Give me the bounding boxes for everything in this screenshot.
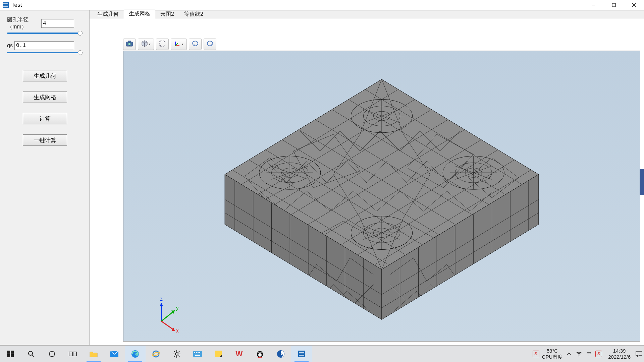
search-icon: [28, 350, 35, 358]
svg-rect-31: [7, 351, 10, 354]
svg-rect-57: [199, 352, 200, 353]
svg-line-50: [178, 356, 179, 357]
maximize-button[interactable]: [604, 0, 624, 10]
svg-point-5: [128, 43, 131, 45]
camera-icon: [126, 41, 133, 48]
axis-z-label: z: [160, 296, 163, 302]
tray-time: 14:39: [608, 348, 631, 354]
ime-zh-icon[interactable]: 中: [585, 350, 593, 358]
wps-icon: W: [236, 350, 243, 358]
param-radius-slider[interactable]: [7, 33, 83, 34]
app-body: 圆孔半径（mm） qs 生成几何 生成网格 计算 一键计算 生成几何 生成网格 …: [0, 10, 644, 345]
svg-rect-32: [11, 351, 14, 354]
one-click-compute-button[interactable]: 一键计算: [23, 134, 67, 146]
param-radius-input[interactable]: [41, 19, 74, 28]
swirl-icon: [276, 350, 285, 358]
taskbar-comsol[interactable]: [291, 346, 312, 362]
axis-triad: z y x: [160, 296, 179, 334]
generate-mesh-button[interactable]: 生成网格: [23, 92, 67, 103]
mail-icon: [110, 351, 119, 357]
compute-button[interactable]: 计算: [23, 113, 67, 124]
tab-row: 生成几何 生成网格 云图2 等值线2: [90, 10, 644, 19]
svg-rect-58: [195, 355, 200, 356]
svg-point-44: [175, 353, 178, 355]
orbit-button[interactable]: [189, 39, 202, 50]
taskbar-settings[interactable]: [166, 346, 187, 362]
tray-clock[interactable]: 14:39 2022/12/6: [608, 348, 631, 360]
svg-line-51: [178, 351, 179, 352]
minimize-button[interactable]: [584, 0, 604, 10]
taskbar-browser2[interactable]: [270, 346, 291, 362]
svg-point-64: [260, 352, 261, 353]
svg-rect-33: [7, 354, 10, 357]
rotate-button[interactable]: [204, 39, 216, 50]
svg-rect-53: [193, 351, 202, 357]
sticky-icon: [214, 350, 222, 358]
generate-geometry-button[interactable]: 生成几何: [23, 70, 67, 81]
svg-rect-4: [128, 41, 131, 42]
edge-icon: [131, 350, 140, 358]
chevron-down-icon: ▾: [149, 43, 151, 46]
fit-view-button[interactable]: [156, 39, 169, 50]
ime-s-icon[interactable]: S: [533, 351, 539, 357]
svg-point-35: [29, 351, 33, 355]
tab-contour2[interactable]: 等值线2: [179, 9, 208, 19]
action-center-icon[interactable]: [635, 350, 643, 358]
systray: S 53°C CPU温度 中 S 14:39 2022/12/6: [533, 348, 644, 360]
ie-icon: [152, 350, 160, 358]
svg-point-37: [49, 351, 55, 357]
tab-generate-geometry[interactable]: 生成几何: [92, 9, 124, 19]
taskbar-qq[interactable]: [250, 346, 270, 362]
taskbar-ie[interactable]: [146, 346, 166, 362]
canvas-wrap: ▾ ▾: [90, 19, 644, 345]
taskbar-cortana[interactable]: [42, 346, 62, 362]
param-radius-row: 圆孔半径（mm）: [7, 16, 83, 31]
orbit-icon: [192, 40, 199, 49]
cpu-temp-label: CPU温度: [542, 354, 563, 360]
viewport-toolbar: ▾ ▾: [123, 39, 216, 50]
taskbar-taskview[interactable]: [62, 346, 83, 362]
panel-collapse-handle[interactable]: [640, 169, 644, 195]
cpu-temp-value: 53°C: [542, 348, 563, 354]
view-cube-button[interactable]: ▾: [138, 39, 154, 50]
svg-point-62: [258, 353, 262, 357]
ime-s2-icon[interactable]: S: [595, 351, 602, 357]
taskbar-wps[interactable]: W: [229, 346, 250, 362]
svg-point-63: [258, 352, 259, 353]
tab-cloud2[interactable]: 云图2: [155, 9, 179, 19]
svg-line-52: [174, 356, 175, 357]
taskbar-screenkeyboard[interactable]: [187, 346, 208, 362]
param-qs-slider[interactable]: [7, 52, 83, 53]
axis-x-label: x: [176, 328, 179, 334]
tray-date: 2022/12/6: [608, 354, 631, 360]
svg-marker-26: [160, 303, 163, 306]
viewport-3d[interactable]: z y x: [123, 51, 640, 342]
tab-generate-mesh[interactable]: 生成网格: [124, 9, 155, 19]
screenshot-button[interactable]: [123, 39, 136, 50]
param-qs-input[interactable]: [14, 41, 74, 50]
titlebar: Test: [0, 0, 644, 10]
wifi-icon[interactable]: [575, 350, 583, 358]
taskbar-explorer[interactable]: [83, 346, 104, 362]
taskbar-mail[interactable]: [104, 346, 125, 362]
taskbar-sticky[interactable]: [208, 346, 229, 362]
param-qs-label: qs: [7, 43, 14, 49]
cube-icon: [141, 40, 148, 49]
taskbar-search[interactable]: [21, 346, 42, 362]
window-title: Test: [11, 2, 22, 8]
axes-toggle-button[interactable]: ▾: [171, 39, 187, 50]
close-button[interactable]: [624, 0, 644, 10]
svg-rect-38: [69, 352, 72, 356]
axis-y-label: y: [176, 305, 179, 311]
taskbar-start[interactable]: [0, 346, 21, 362]
taskview-icon: [69, 351, 77, 357]
tray-chevron-icon[interactable]: [565, 350, 573, 358]
svg-point-67: [579, 355, 580, 356]
svg-rect-2: [612, 3, 615, 7]
cpu-temp[interactable]: 53°C CPU温度: [542, 348, 563, 360]
taskbar-edge[interactable]: [125, 346, 146, 362]
main-pane: 生成几何 生成网格 云图2 等值线2 ▾: [90, 10, 644, 345]
param-qs-row: qs: [7, 41, 83, 50]
svg-rect-39: [73, 352, 76, 356]
gear-icon: [173, 350, 181, 358]
